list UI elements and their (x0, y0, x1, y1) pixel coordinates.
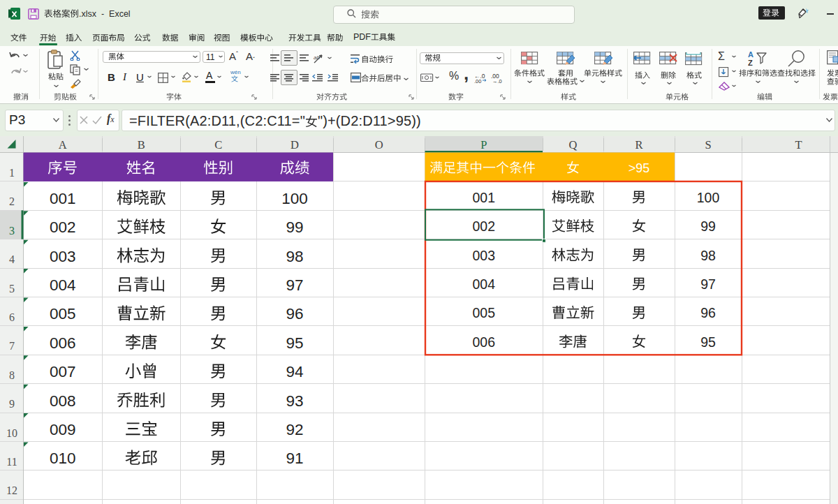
svg-text:A: A (59, 138, 67, 151)
svg-text:A: A (748, 50, 754, 59)
svg-text:010: 010 (50, 450, 76, 467)
svg-text:.00: .00 (474, 78, 481, 84)
svg-text:008: 008 (50, 392, 76, 410)
svg-text:T: T (795, 138, 802, 151)
svg-text:5: 5 (9, 283, 15, 295)
svg-text:002: 002 (50, 218, 76, 236)
svg-text:B: B (138, 138, 145, 151)
svg-text:R: R (635, 138, 642, 151)
svg-text:96: 96 (286, 305, 303, 323)
svg-text:4: 4 (9, 253, 15, 265)
svg-text:97: 97 (286, 276, 303, 294)
svg-text:>95: >95 (628, 161, 650, 175)
svg-text:2: 2 (9, 195, 15, 207)
svg-text:003: 003 (472, 248, 495, 263)
svg-text:ab: ab (314, 54, 320, 61)
svg-text:009: 009 (50, 421, 76, 438)
svg-text:1: 1 (9, 167, 15, 179)
svg-text:O: O (375, 138, 383, 151)
svg-text:Z: Z (748, 59, 753, 67)
svg-text:3: 3 (9, 225, 15, 237)
svg-text:100: 100 (697, 190, 720, 205)
svg-text:98: 98 (700, 248, 716, 263)
svg-text:8: 8 (9, 369, 15, 381)
svg-text:95: 95 (286, 334, 303, 352)
svg-text:006: 006 (472, 334, 495, 350)
svg-text:S: S (705, 138, 711, 151)
svg-text:10: 10 (6, 427, 17, 439)
svg-text:Q: Q (569, 138, 578, 151)
svg-text:9: 9 (9, 398, 15, 410)
svg-text:6: 6 (9, 311, 15, 323)
svg-text:11: 11 (6, 456, 17, 468)
svg-text:001: 001 (472, 190, 495, 205)
svg-text:002: 002 (472, 218, 495, 234)
svg-text:D: D (291, 138, 299, 151)
svg-text:006: 006 (50, 334, 76, 352)
svg-text:93: 93 (286, 392, 303, 410)
svg-text:96: 96 (700, 305, 716, 320)
svg-text:004: 004 (50, 276, 76, 294)
svg-text:001: 001 (50, 190, 76, 207)
svg-text:007: 007 (50, 363, 76, 380)
svg-text:→.0: →.0 (492, 78, 502, 84)
svg-text:005: 005 (472, 305, 495, 320)
svg-text:100: 100 (281, 190, 308, 207)
svg-text:P: P (480, 138, 487, 151)
svg-text:97: 97 (700, 276, 716, 292)
svg-text:7: 7 (9, 340, 15, 352)
svg-text:C: C (214, 138, 222, 151)
svg-text:003: 003 (50, 248, 76, 265)
svg-text:94: 94 (286, 363, 303, 380)
svg-text:92: 92 (286, 421, 303, 438)
svg-text:98: 98 (286, 248, 303, 265)
svg-text:12: 12 (6, 484, 17, 496)
svg-text:004: 004 (472, 276, 495, 292)
svg-text:99: 99 (286, 218, 303, 236)
svg-text:99: 99 (700, 218, 716, 234)
svg-text:95: 95 (700, 334, 716, 350)
svg-text:005: 005 (50, 305, 76, 323)
svg-text:91: 91 (286, 450, 303, 467)
